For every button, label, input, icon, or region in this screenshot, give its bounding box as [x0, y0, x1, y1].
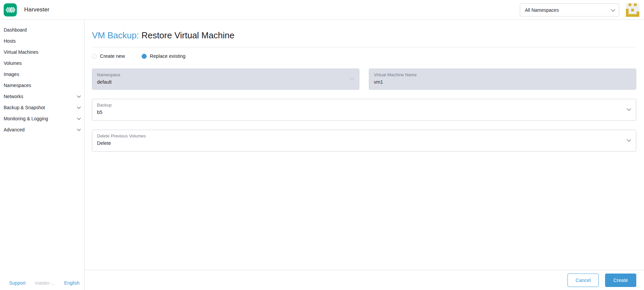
page-title-prefix: VM Backup:: [92, 30, 139, 40]
version-label: master-...: [35, 280, 55, 286]
chevron-down-icon: [611, 7, 615, 12]
radio-unchecked-icon: [92, 54, 97, 59]
app-title: Harvester: [24, 6, 50, 13]
harvester-logo-icon: [4, 3, 17, 16]
backup-select-label: Backup: [97, 102, 623, 108]
radio-checked-icon: [142, 54, 147, 59]
create-button[interactable]: Create: [605, 274, 636, 287]
sidebar-item-backup-snapshot[interactable]: Backup & Snapshot: [0, 102, 84, 113]
chevron-down-icon: [77, 127, 81, 131]
namespace-filter-select[interactable]: All Namespaces: [520, 3, 619, 16]
radio-replace-existing[interactable]: Replace existing: [142, 53, 185, 59]
chevron-down-icon: [627, 106, 631, 111]
delete-previous-volumes-select[interactable]: Delete Previous Volumes Delete: [92, 130, 636, 152]
namespace-field-label: Namespace: [97, 72, 346, 77]
cancel-button[interactable]: Cancel: [567, 274, 599, 287]
radio-create-new[interactable]: Create new: [92, 53, 125, 59]
sidebar-item-advanced[interactable]: Advanced: [0, 124, 84, 135]
vm-name-field: Virtual Machine Name vm1: [369, 69, 636, 90]
sidebar-item-hosts[interactable]: Hosts: [0, 35, 84, 46]
title-divider: [92, 47, 636, 47]
sidebar-item-monitoring-logging[interactable]: Monitoring & Logging: [0, 113, 84, 124]
page-title-text: Restore Virtual Machine: [141, 30, 234, 40]
top-header: Harvester All Namespaces: [0, 0, 644, 20]
chevron-down-icon: [77, 105, 81, 109]
page-title: VM Backup: Restore Virtual Machine: [92, 30, 636, 41]
delete-previous-volumes-value: Delete: [97, 140, 623, 146]
namespace-field: Namespace default: [92, 69, 359, 90]
language-link[interactable]: English: [64, 280, 80, 286]
chevron-down-icon: [627, 137, 631, 141]
sidebar-item-images[interactable]: Images: [0, 69, 84, 80]
sidebar: Dashboard Hosts Virtual Machines Volumes…: [0, 20, 85, 290]
chevron-down-icon: [350, 76, 354, 80]
chevron-down-icon: [77, 94, 81, 97]
sidebar-item-networks[interactable]: Networks: [0, 91, 84, 102]
sidebar-item-virtual-machines[interactable]: Virtual Machines: [0, 46, 84, 57]
backup-select-value: b5: [97, 110, 623, 115]
delete-previous-volumes-label: Delete Previous Volumes: [97, 133, 623, 138]
chevron-down-icon: [77, 116, 81, 120]
sidebar-item-dashboard[interactable]: Dashboard: [0, 24, 84, 35]
sidebar-item-volumes[interactable]: Volumes: [0, 57, 84, 69]
namespace-field-value: default: [97, 79, 346, 85]
restore-mode-radio-group: Create new Replace existing: [92, 53, 636, 59]
namespace-filter-value: All Namespaces: [525, 7, 611, 13]
main-content: VM Backup: Restore Virtual Machine Creat…: [85, 20, 644, 290]
vm-name-field-value: vm1: [374, 79, 623, 85]
user-avatar[interactable]: [626, 3, 639, 17]
support-link[interactable]: Support: [9, 280, 26, 286]
backup-select[interactable]: Backup b5: [92, 99, 636, 121]
action-footer: Cancel Create: [85, 270, 644, 290]
vm-name-field-label: Virtual Machine Name: [374, 72, 623, 77]
sidebar-item-namespaces[interactable]: Namespaces: [0, 80, 84, 91]
